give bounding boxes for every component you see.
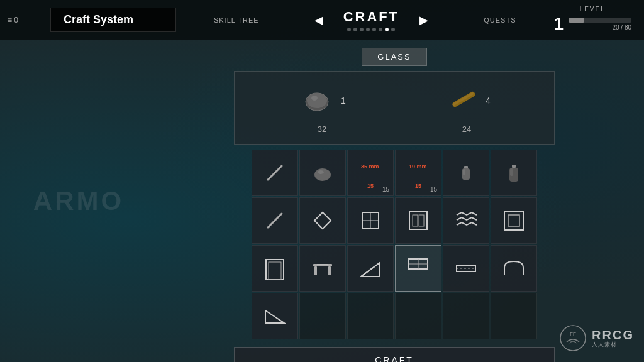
- grid-cell-18[interactable]: [491, 245, 537, 292]
- craft-title-area: CRAFT: [343, 9, 400, 31]
- grid-cell-9[interactable]: [347, 197, 394, 244]
- slot1-icon-row: 1: [298, 82, 346, 119]
- grid-cell-19[interactable]: [252, 293, 298, 339]
- svg-point-1: [307, 93, 327, 108]
- level-bar: [569, 18, 631, 23]
- level-progress: 20 / 80: [612, 24, 631, 31]
- grid-cell-7[interactable]: [252, 197, 298, 244]
- svg-rect-10: [464, 166, 468, 168]
- grid-cell-11[interactable]: [443, 197, 489, 244]
- dot-1: [347, 28, 351, 31]
- dot-5: [372, 28, 376, 31]
- svg-line-5: [268, 166, 282, 180]
- cell-icon-ammo19: 19 mm: [406, 156, 431, 182]
- recipe-slot-2: 4 24: [443, 82, 491, 134]
- main-content: GLASS 1 32: [157, 40, 631, 349]
- watermark-sub: 人人素材: [592, 342, 634, 348]
- slot2-count: 4: [486, 96, 491, 106]
- cell-icon-framed_square: [501, 208, 526, 233]
- dot-6: [379, 28, 382, 31]
- level-row: 1 20 / 80: [553, 14, 631, 34]
- svg-point-7: [318, 170, 324, 174]
- cell-icon-door_frame: [262, 256, 287, 281]
- recipe-slot-1: 1 32: [298, 82, 346, 134]
- craft-grid: 35 mm151519 mm1515: [252, 150, 537, 339]
- nav-left-arrow[interactable]: ◀: [309, 11, 328, 30]
- svg-rect-31: [328, 266, 331, 275]
- slot1-icon: [298, 82, 336, 119]
- svg-point-6: [314, 168, 331, 181]
- cell-icon-wall_panel: [358, 208, 383, 233]
- quests-nav[interactable]: QUESTS: [484, 16, 516, 24]
- grid-cell-17[interactable]: [443, 245, 489, 292]
- svg-rect-22: [409, 212, 427, 229]
- svg-rect-15: [510, 168, 513, 176]
- grid-cell-10[interactable]: [395, 197, 441, 244]
- svg-rect-30: [314, 266, 317, 275]
- svg-line-17: [269, 215, 280, 226]
- cell-icon-stone: [310, 160, 335, 185]
- selected-item-box: 1 32 4 24: [234, 71, 555, 145]
- cell-icon-ammo35: 35 mm: [358, 156, 383, 182]
- grid-cell-8[interactable]: [299, 197, 346, 244]
- cell-icon-corrugated: [453, 208, 479, 233]
- svg-rect-23: [413, 215, 418, 226]
- cell-icon-desk_frame: [310, 256, 335, 281]
- badge-text: ≡ 0: [8, 16, 18, 25]
- cell-icon-triangle: [262, 304, 287, 329]
- category-tab[interactable]: GLASS: [362, 48, 426, 66]
- svg-marker-40: [265, 310, 284, 323]
- grid-cell-13[interactable]: [252, 245, 298, 292]
- level-label: LEVEL: [580, 6, 606, 13]
- cell-icon-arch: [501, 256, 526, 281]
- ammo19-count: 15: [415, 183, 421, 189]
- watermark-text-area: RRCG 人人素材: [592, 328, 634, 348]
- grid-cell-22: [395, 293, 441, 339]
- level-bar-fill: [569, 18, 584, 23]
- svg-rect-26: [508, 215, 519, 226]
- dot-8: [391, 28, 395, 31]
- watermark-rrcg: RRCG: [592, 328, 634, 342]
- svg-rect-13: [512, 165, 516, 168]
- svg-text:35 mm: 35 mm: [361, 163, 379, 170]
- grid-cell-14[interactable]: [299, 245, 346, 292]
- svg-rect-24: [419, 215, 424, 226]
- top-right: LEVEL 1 20 / 80: [553, 6, 644, 34]
- nav-right-arrow[interactable]: ▶: [414, 11, 433, 30]
- armor-bg-text: ARMO: [33, 186, 124, 216]
- ammo35-count: 15: [367, 183, 374, 189]
- svg-point-2: [311, 96, 318, 101]
- dot-3: [360, 28, 364, 31]
- slot2-icon: [443, 82, 480, 119]
- cell-icon-window_half: [406, 256, 431, 281]
- quests-label: QUESTS: [484, 16, 516, 24]
- dot-4: [366, 28, 370, 31]
- svg-text:FF: FF: [570, 331, 576, 337]
- slot2-icon-row: 4: [443, 82, 491, 119]
- cell-icon-ramp_piece: [358, 256, 383, 281]
- grid-cell-5[interactable]: [443, 150, 489, 196]
- svg-point-41: [560, 326, 586, 351]
- grid-cell-15[interactable]: [347, 245, 394, 292]
- left-panel: ARMO: [0, 40, 157, 362]
- cell-icon-stick: [262, 160, 287, 185]
- top-bar: ≡ 0 Craft System SKILL TREE ◀ CRAFT: [0, 0, 644, 40]
- svg-marker-18: [314, 212, 331, 229]
- grid-cell-3[interactable]: 35 mm1515: [347, 150, 394, 196]
- craft-button[interactable]: CRAFT: [234, 347, 555, 362]
- watermark: FF RRCG 人人素材: [559, 324, 634, 352]
- skill-tree-label: SKILL TREE: [214, 16, 259, 24]
- svg-line-34: [361, 263, 380, 277]
- grid-cell-1[interactable]: [252, 150, 298, 196]
- slot2-quantity: 24: [462, 124, 471, 134]
- top-left-badge: ≡ 0: [0, 16, 50, 25]
- grid-cell-12[interactable]: [491, 197, 537, 244]
- svg-rect-25: [504, 211, 523, 230]
- grid-cell-2[interactable]: [299, 150, 346, 196]
- grid-cell-6[interactable]: [491, 150, 537, 196]
- svg-rect-4: [452, 92, 474, 106]
- grid-cell-4[interactable]: 19 mm1515: [395, 150, 441, 196]
- cell-count-3: 15: [382, 186, 389, 193]
- skill-tree-nav[interactable]: SKILL TREE: [214, 16, 259, 24]
- grid-cell-16[interactable]: [395, 245, 441, 292]
